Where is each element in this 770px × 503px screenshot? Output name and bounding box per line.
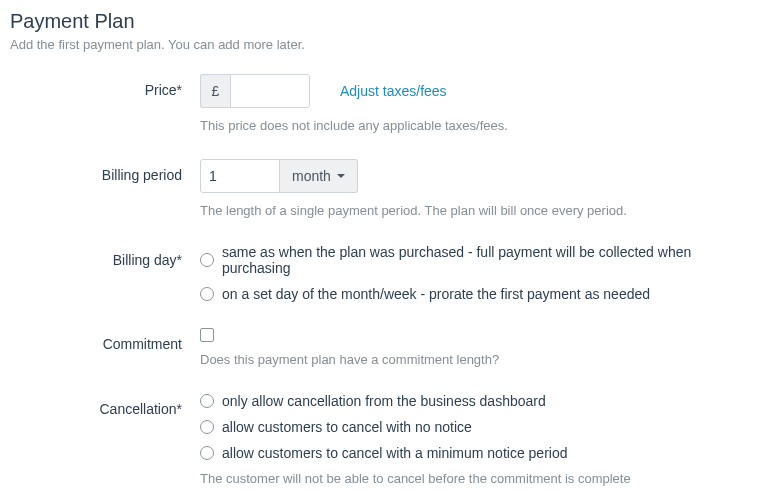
row-billing-day: Billing day* same as when the plan was p… xyxy=(10,244,760,302)
cancellation-option-2: allow customers to cancel with a minimum… xyxy=(222,445,567,461)
cancellation-hint: The customer will not be able to cancel … xyxy=(200,471,760,486)
label-price: Price* xyxy=(10,74,200,98)
billing-day-option-1: on a set day of the month/week - prorate… xyxy=(222,286,650,302)
cancellation-option-0: only allow cancellation from the busines… xyxy=(222,393,546,409)
price-input[interactable] xyxy=(230,74,310,108)
price-hint: This price does not include any applicab… xyxy=(200,118,760,133)
row-billing-period: Billing period month The length of a sin… xyxy=(10,159,760,218)
label-billing-period: Billing period xyxy=(10,159,200,183)
billing-period-unit-label: month xyxy=(292,168,331,184)
cancellation-radio-2[interactable] xyxy=(200,446,214,460)
row-commitment: Commitment Does this payment plan have a… xyxy=(10,328,760,367)
billing-period-unit-dropdown[interactable]: month xyxy=(280,159,358,193)
billing-day-radio-0[interactable] xyxy=(200,253,214,267)
cancellation-radio-0[interactable] xyxy=(200,394,214,408)
label-commitment: Commitment xyxy=(10,328,200,352)
label-billing-day: Billing day* xyxy=(10,244,200,268)
page-title: Payment Plan xyxy=(10,10,760,33)
cancellation-radio-1[interactable] xyxy=(200,420,214,434)
billing-period-input[interactable] xyxy=(200,159,280,193)
row-cancellation: Cancellation* only allow cancellation fr… xyxy=(10,393,760,486)
label-cancellation: Cancellation* xyxy=(10,393,200,417)
billing-period-hint: The length of a single payment period. T… xyxy=(200,203,760,218)
cancellation-option-1: allow customers to cancel with no notice xyxy=(222,419,472,435)
page-subtitle: Add the first payment plan. You can add … xyxy=(10,37,760,52)
billing-day-radio-1[interactable] xyxy=(200,287,214,301)
billing-day-option-0: same as when the plan was purchased - fu… xyxy=(222,244,760,276)
row-price: Price* £ Adjust taxes/fees This price do… xyxy=(10,74,760,133)
chevron-down-icon xyxy=(337,174,345,178)
commitment-checkbox[interactable] xyxy=(200,328,214,342)
currency-prefix: £ xyxy=(200,74,230,108)
commitment-hint: Does this payment plan have a commitment… xyxy=(200,352,760,367)
adjust-taxes-link[interactable]: Adjust taxes/fees xyxy=(340,83,447,99)
